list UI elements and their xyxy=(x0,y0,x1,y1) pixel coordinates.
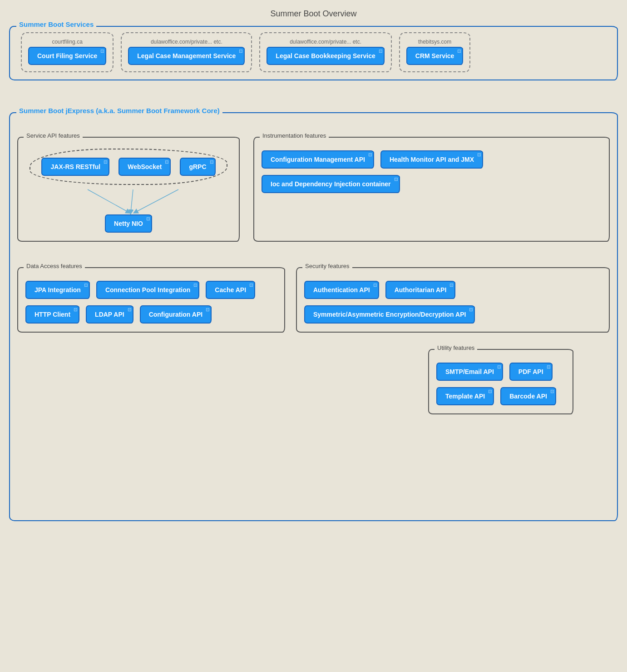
template-api-button[interactable]: Template API xyxy=(436,387,494,405)
utility-label: Utility features xyxy=(434,344,477,351)
grpc-button[interactable]: gRPC xyxy=(180,158,215,176)
legal-case-mgmt-card: dulawoffice.com/private... etc. Legal Ca… xyxy=(128,39,245,65)
utility-row-1: SMTP/Email API PDF API xyxy=(436,363,565,381)
ioc-dependency-button[interactable]: Ioc and Dependency Injection container xyxy=(262,175,400,193)
instrumentation-btn-row-1: Configuration Management API Health Moni… xyxy=(262,150,602,169)
legal-case-bookkeeping-card: dulawoffice.com/private... etc. Legal Ca… xyxy=(267,39,384,65)
legal-case-mgmt-url: dulawoffice.com/private... etc. xyxy=(151,39,222,45)
jexpress-top-row: Service API features JAX-RS RESTful WebS… xyxy=(17,129,610,242)
websocket-button[interactable]: WebSocket xyxy=(118,158,171,176)
encryption-api-button[interactable]: Symmetric/Asymmetric Encryption/Decrypti… xyxy=(304,305,475,324)
court-filing-wrapper: courtfiling.ca Court Filing Service xyxy=(21,32,114,72)
connection-pool-integration-button[interactable]: Connection Pool Integration xyxy=(96,281,199,299)
ldap-api-button[interactable]: LDAP API xyxy=(86,305,133,324)
service-api-inner: JAX-RS RESTful WebSocket gRPC xyxy=(25,144,232,233)
jpa-integration-button[interactable]: JPA Integration xyxy=(25,281,90,299)
instrumentation-feature-box: Instrumentation features Configuration M… xyxy=(253,137,610,242)
http-client-button[interactable]: HTTP Client xyxy=(25,305,79,324)
services-row: courtfiling.ca Court Filing Service dula… xyxy=(17,32,610,72)
crm-service-button[interactable]: CRM Service xyxy=(406,47,464,65)
api-nodes-group: JAX-RS RESTful WebSocket gRPC xyxy=(30,149,227,185)
security-label: Security features xyxy=(302,263,352,269)
crm-service-url: thebitsys.com xyxy=(418,39,451,45)
summer-boot-jexpress-container: Summer Boot jExpress (a.k.a. Summer Boot… xyxy=(9,112,618,521)
summer-boot-jexpress-label: Summer Boot jExpress (a.k.a. Summer Boot… xyxy=(16,107,222,114)
court-filing-url: courtfiling.ca xyxy=(52,39,82,45)
authoritarian-api-button[interactable]: Authoritarian API xyxy=(385,281,456,299)
summer-boot-services-container: Summer Boot Services courtfiling.ca Cour… xyxy=(9,26,618,80)
court-filing-card: courtfiling.ca Court Filing Service xyxy=(28,39,106,65)
court-filing-button[interactable]: Court Filing Service xyxy=(28,47,106,65)
security-row-1: Authentication API Authoritarian API xyxy=(304,281,602,299)
utility-feature-box: Utility features SMTP/Email API PDF API … xyxy=(428,349,573,414)
bottom-row-1: Data Access features JPA Integration Con… xyxy=(17,260,610,333)
utility-row: Utility features SMTP/Email API PDF API … xyxy=(17,342,610,414)
data-access-row-1: JPA Integration Connection Pool Integrat… xyxy=(25,281,277,299)
data-access-feature-box: Data Access features JPA Integration Con… xyxy=(17,267,285,333)
data-access-row-2: HTTP Client LDAP API Configuration API xyxy=(25,305,277,324)
utility-row-2: Template API Barcode API xyxy=(436,387,565,405)
arrows-to-netty xyxy=(25,189,232,214)
legal-case-bookkeeping-url: dulawoffice.com/private... etc. xyxy=(290,39,361,45)
arrow-svg xyxy=(51,189,206,214)
config-mgmt-api-button[interactable]: Configuration Management API xyxy=(262,150,374,169)
jaxrs-restful-button[interactable]: JAX-RS RESTful xyxy=(41,158,109,176)
instrumentation-btn-row-2: Ioc and Dependency Injection container xyxy=(262,175,602,193)
authentication-api-button[interactable]: Authentication API xyxy=(304,281,379,299)
legal-case-mgmt-wrapper: dulawoffice.com/private... etc. Legal Ca… xyxy=(121,32,252,72)
summer-boot-services-label: Summer Boot Services xyxy=(16,20,96,28)
netty-nio-button[interactable]: Netty NIO xyxy=(105,214,152,233)
barcode-api-button[interactable]: Barcode API xyxy=(500,387,556,405)
data-access-label: Data Access features xyxy=(24,263,85,269)
configuration-api-button[interactable]: Configuration API xyxy=(140,305,212,324)
smtp-email-api-button[interactable]: SMTP/Email API xyxy=(436,363,503,381)
legal-case-mgmt-button[interactable]: Legal Case Management Service xyxy=(128,47,245,65)
svg-line-0 xyxy=(88,189,128,212)
crm-service-wrapper: thebitsys.com CRM Service xyxy=(399,32,471,72)
svg-line-1 xyxy=(131,189,133,212)
service-api-feature-box: Service API features JAX-RS RESTful WebS… xyxy=(17,137,240,242)
page-title: Summer Boot Overview xyxy=(5,9,622,19)
svg-line-2 xyxy=(135,189,178,212)
legal-case-bookkeeping-button[interactable]: Legal Case Bookkeeping Service xyxy=(267,47,384,65)
legal-case-bookkeeping-wrapper: dulawoffice.com/private... etc. Legal Ca… xyxy=(259,32,391,72)
crm-service-card: thebitsys.com CRM Service xyxy=(406,39,464,65)
instrumentation-label: Instrumentation features xyxy=(260,132,329,139)
health-monitor-api-button[interactable]: Health Monitor API and JMX xyxy=(380,150,483,169)
security-feature-box: Security features Authentication API Aut… xyxy=(296,267,610,333)
jexpress-content: Service API features JAX-RS RESTful WebS… xyxy=(17,129,610,414)
pdf-api-button[interactable]: PDF API xyxy=(509,363,553,381)
service-api-label: Service API features xyxy=(24,132,83,139)
bottom-section: Data Access features JPA Integration Con… xyxy=(17,260,610,414)
cache-api-button[interactable]: Cache API xyxy=(206,281,255,299)
security-row-2: Symmetric/Asymmetric Encryption/Decrypti… xyxy=(304,305,602,324)
